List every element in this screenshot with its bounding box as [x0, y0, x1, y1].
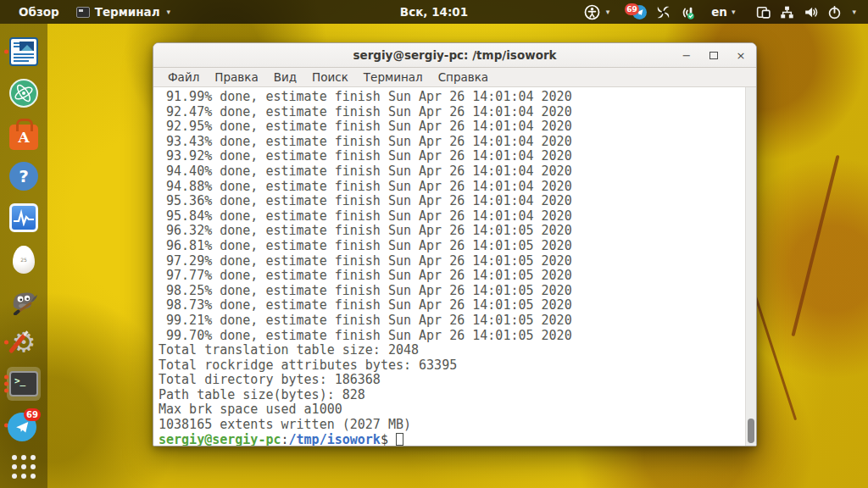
terminal-line: 91.99% done, estimate finish Sun Apr 26 … [159, 90, 739, 105]
tools-icon: ⚙ [8, 327, 39, 358]
minimize-button[interactable]: − [680, 49, 693, 63]
terminal-line: 94.88% done, estimate finish Sun Apr 26 … [159, 180, 739, 195]
wallpaper-twig [750, 283, 797, 421]
terminal-line: 93.43% done, estimate finish Sun Apr 26 … [159, 135, 739, 150]
help-icon: ? [9, 162, 38, 191]
menu-item-0[interactable]: Файл [160, 68, 207, 87]
terminal-line: 97.29% done, estimate finish Sun Apr 26 … [159, 254, 739, 269]
prompt-user: sergiy@sergiy-pc [159, 432, 281, 446]
menu-bar: ФайлПравкаВидПоискТерминалСправка [153, 68, 756, 87]
dock-item-help[interactable]: ? [3, 158, 44, 194]
window-title: sergiy@sergiy-pc: /tmp/isowork [353, 48, 556, 62]
system-menu[interactable]: ▾ [750, 4, 861, 20]
terminal-line: 92.95% done, estimate finish Sun Apr 26 … [159, 119, 739, 135]
unread-badge: 69 [24, 408, 41, 421]
terminal-content[interactable]: 91.99% done, estimate finish Sun Apr 26 … [153, 87, 756, 446]
menu-item-3[interactable]: Поиск [304, 68, 356, 87]
terminal-line: 95.36% done, estimate finish Sun Apr 26 … [159, 194, 739, 209]
wired-network-icon [779, 4, 795, 20]
running-indicator [4, 375, 8, 393]
dock-item-document-viewer[interactable] [3, 34, 44, 69]
terminal-app-icon [76, 7, 90, 18]
terminal-cursor [396, 433, 403, 446]
prompt-separator: : [281, 432, 289, 446]
terminal-line: Total rockridge attributes bytes: 63395 [159, 358, 739, 374]
terminal-line: 98.73% done, estimate finish Sun Apr 26 … [159, 298, 739, 313]
apps-grid-icon [12, 455, 36, 479]
dock-item-system-monitor[interactable] [3, 200, 44, 236]
terminal-line: 93.92% done, estimate finish Sun Apr 26 … [159, 149, 739, 164]
power-icon [826, 4, 843, 20]
prompt-path: /tmp/isowork [289, 432, 381, 446]
wallpaper-twig [791, 155, 839, 336]
menu-item-4[interactable]: Терминал [356, 68, 431, 87]
scrollbar-thumb[interactable] [748, 419, 754, 443]
menu-item-1[interactable]: Правка [207, 68, 265, 87]
app-menu-label: Терминал [95, 5, 160, 19]
keyboard-layout-label: en [711, 5, 727, 19]
running-indicator [4, 50, 8, 54]
atom-icon [9, 79, 38, 108]
activities-button[interactable]: Обзор [12, 0, 66, 24]
gimp-icon [8, 286, 39, 315]
unread-badge: 69 [625, 3, 639, 15]
accessibility-menu[interactable]: ▾ [577, 0, 617, 24]
chevron-down-icon: ▾ [167, 8, 171, 16]
screen-share-icon [755, 4, 771, 20]
terminal-line: 94.40% done, estimate finish Sun Apr 26 … [159, 164, 739, 180]
scrollbar[interactable] [745, 87, 756, 446]
show-applications-button[interactable] [3, 449, 44, 485]
telegram-icon: 69 [7, 408, 41, 442]
chevron-down-icon: ▾ [852, 8, 856, 16]
terminal-window: sergiy@sergiy-pc: /tmp/isowork − × ФайлП… [153, 42, 757, 446]
app-menu-button[interactable]: Терминал ▾ [70, 0, 177, 24]
terminal-line: 96.32% done, estimate finish Sun Apr 26 … [159, 224, 739, 239]
accessibility-icon [584, 4, 600, 20]
terminal-line: 99.70% done, estimate finish Sun Apr 26 … [159, 329, 739, 344]
egg-timer-icon: 25 [13, 246, 35, 274]
ubuntu-software-icon: A [9, 125, 38, 150]
keyboard-layout-menu[interactable]: en ▾ [704, 0, 742, 24]
window-titlebar[interactable]: sergiy@sergiy-pc: /tmp/isowork − × [153, 43, 756, 68]
telegram-tray-icon[interactable]: 69 [625, 3, 647, 20]
system-monitor-icon [9, 203, 38, 232]
terminal-line: 92.47% done, estimate finish Sun Apr 26 … [159, 105, 739, 120]
terminal-line: Total translation table size: 2048 [159, 343, 739, 358]
chevron-down-icon: ▾ [606, 8, 610, 16]
document-viewer-icon [9, 37, 38, 66]
terminal-line: 1038165 extents written (2027 MB) [159, 418, 739, 433]
dock-item-ubuntu-software[interactable]: A [3, 117, 44, 152]
terminal-icon: >_ [9, 371, 38, 396]
sync-tray-icon[interactable] [655, 4, 671, 20]
dock-item-tools[interactable]: ⚙ [3, 324, 44, 360]
dock-item-terminal[interactable]: >_ [3, 366, 44, 402]
terminal-line: Total directory bytes: 186368 [159, 373, 739, 388]
terminal-line: 99.21% done, estimate finish Sun Apr 26 … [159, 313, 739, 329]
chevron-down-icon: ▾ [732, 8, 736, 16]
terminal-line: 96.81% done, estimate finish Sun Apr 26 … [159, 239, 739, 254]
dock: A ? 25 [0, 24, 47, 488]
maximize-button[interactable] [707, 49, 721, 63]
prompt-symbol: $ [381, 432, 388, 446]
dock-item-atom[interactable] [3, 75, 44, 111]
egg-label: 25 [20, 257, 27, 263]
terminal-line: 95.84% done, estimate finish Sun Apr 26 … [159, 209, 739, 225]
terminal-output: 91.99% done, estimate finish Sun Apr 26 … [159, 90, 739, 433]
clock[interactable]: Вск, 14:01 [392, 0, 476, 24]
terminal-line: Max brk space used a1000 [159, 402, 739, 418]
volume-icon [803, 4, 819, 20]
menu-item-2[interactable]: Вид [266, 68, 304, 87]
menu-item-5[interactable]: Справка [431, 68, 496, 87]
terminal-line: 97.77% done, estimate finish Sun Apr 26 … [159, 269, 739, 284]
dock-item-telegram[interactable]: 69 [3, 408, 44, 443]
top-bar: Обзор Терминал ▾ Вск, 14:01 ▾ [0, 0, 868, 24]
dock-item-egg-timer[interactable]: 25 [3, 241, 44, 277]
terminal-line: 98.25% done, estimate finish Sun Apr 26 … [159, 284, 739, 299]
network-signal-tray-icon[interactable] [680, 4, 696, 20]
close-button[interactable]: × [734, 49, 748, 63]
terminal-line: Path table size(bytes): 828 [159, 388, 739, 403]
prompt-line: sergiy@sergiy-pc:/tmp/isowork$ [159, 433, 739, 446]
dock-item-gimp[interactable] [3, 283, 44, 319]
